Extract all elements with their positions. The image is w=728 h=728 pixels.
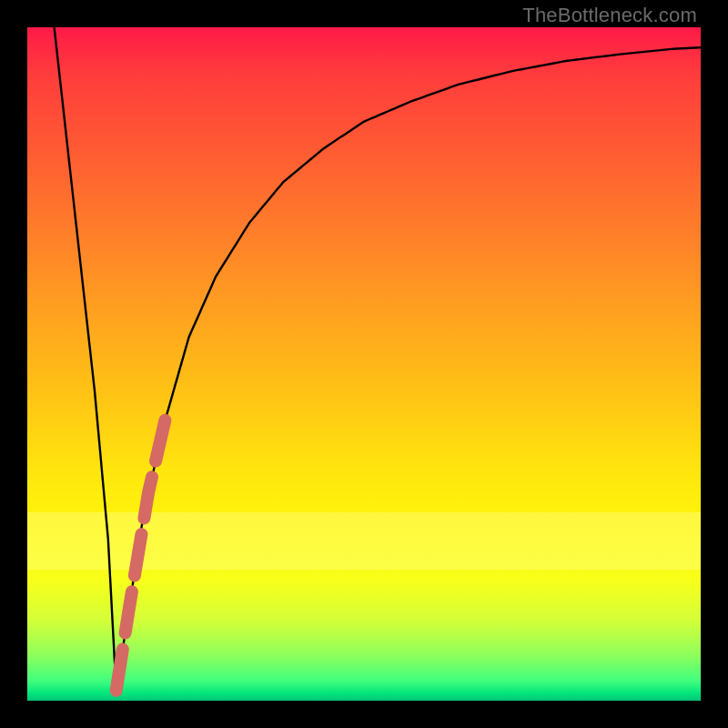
overlay-layer: [27, 27, 701, 701]
chart-frame: TheBottleneck.com: [0, 0, 728, 728]
plot-area: [27, 27, 701, 701]
highlight-segment: [116, 404, 169, 691]
attribution-text: TheBottleneck.com: [522, 4, 697, 27]
